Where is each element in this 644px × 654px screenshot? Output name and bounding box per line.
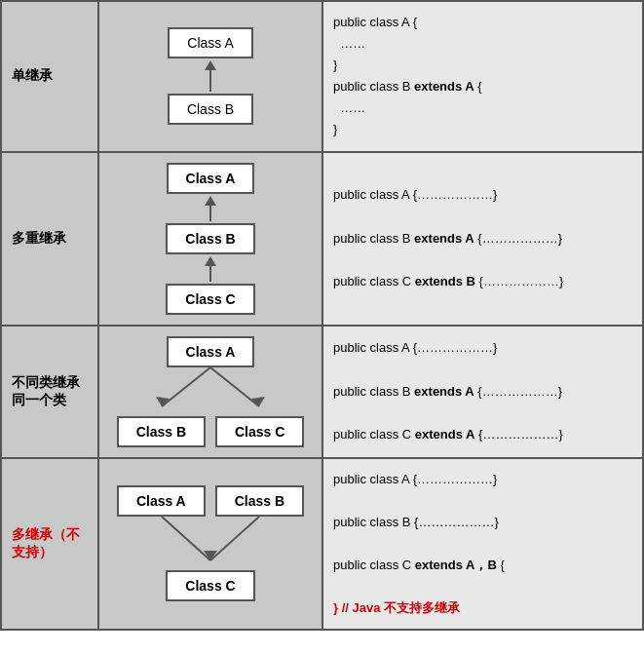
sp-code-spacer2 bbox=[333, 403, 632, 424]
code-line-5: …… bbox=[333, 97, 632, 119]
class-box-c-multiple: Class C bbox=[166, 570, 254, 601]
diagram-same-parent: Class A Class B Class C bbox=[98, 326, 322, 458]
row4-diagram-container: Class A Class B Class C bbox=[109, 485, 312, 601]
inheritance-table: 单继承 Class A Class B public class A { …… … bbox=[0, 0, 644, 631]
svg-line-5 bbox=[210, 517, 259, 560]
class-box-a-multiple: Class A bbox=[117, 485, 206, 517]
code-multiple: public class A {………………} public class B {… bbox=[322, 458, 643, 631]
arrows-svg-same-parent bbox=[133, 367, 288, 416]
mi-code-spacer2 bbox=[333, 533, 632, 555]
diagram-multilevel: Class A Class B Class C bbox=[98, 152, 322, 326]
sp-code-3: public class C extends A {………………} bbox=[333, 424, 632, 445]
class-box-a-sameparent: Class A bbox=[167, 336, 255, 367]
diagram-single: Class A Class B bbox=[98, 1, 322, 152]
row4-arrows-container bbox=[113, 517, 308, 570]
arrowhead-multilevel-2 bbox=[205, 256, 216, 266]
row-multilevel: 多重继承 Class A Class B Class C public clas… bbox=[1, 152, 643, 326]
ml-code-spacer2 bbox=[333, 250, 632, 271]
class-box-b-sameparent: Class B bbox=[117, 416, 206, 447]
code-single: public class A { …… } public class B ext… bbox=[322, 1, 643, 152]
code-line-3: } bbox=[333, 55, 632, 76]
arrow-multilevel-2 bbox=[205, 256, 216, 282]
diagram-single-col: Class A Class B bbox=[109, 27, 312, 125]
code-line-2: …… bbox=[333, 33, 632, 55]
code-line-4: public class B extends A { bbox=[333, 76, 632, 97]
label-multiple: 多继承（不支持） bbox=[1, 458, 98, 631]
arrow-multilevel-1 bbox=[205, 196, 216, 221]
sp-code-spacer1 bbox=[333, 359, 632, 380]
class-box-c-multilevel: Class C bbox=[166, 284, 254, 315]
arrow-container-same-parent bbox=[133, 367, 288, 416]
class-box-b-multilevel: Class B bbox=[166, 223, 254, 254]
row4-top-boxes: Class A Class B bbox=[117, 485, 304, 517]
ml-code-1: public class A {………………} bbox=[333, 184, 632, 206]
mi-code-2: public class B {………………} bbox=[333, 512, 632, 533]
diagram-multilevel-col: Class A Class B Class C bbox=[109, 163, 312, 315]
code-multilevel: public class A {………………} public class B e… bbox=[322, 152, 643, 326]
ml-code-3: public class C extends B {………………} bbox=[333, 271, 632, 292]
ml-code-2: public class B extends A {………………} bbox=[333, 228, 632, 250]
label-single: 单继承 bbox=[1, 1, 98, 152]
class-box-a-multilevel: Class A bbox=[167, 163, 255, 194]
arrowhead-multilevel-1 bbox=[205, 196, 216, 206]
label-multilevel: 多重继承 bbox=[1, 152, 98, 326]
class-box-c-sameparent: Class C bbox=[215, 416, 304, 447]
class-box-b-single: Class B bbox=[168, 94, 253, 125]
code-line-6: } bbox=[333, 119, 632, 140]
code-same-parent: public class A {………………} public class B e… bbox=[322, 326, 643, 458]
svg-line-2 bbox=[210, 367, 259, 406]
mi-code-4: } // Java 不支持多继承 bbox=[333, 597, 632, 619]
row-single-inheritance: 单继承 Class A Class B public class A { …… … bbox=[1, 1, 643, 152]
row-boxes-same-parent: Class B Class C bbox=[117, 416, 305, 447]
arrowhead-single bbox=[205, 60, 216, 70]
row-multiple-inheritance: 多继承（不支持） Class A Class B bbox=[1, 458, 643, 631]
mi-code-1: public class A {………………} bbox=[333, 469, 632, 490]
code-line-1: public class A { bbox=[333, 12, 632, 33]
label-same-parent: 不同类继承同一个类 bbox=[1, 326, 98, 458]
same-parent-diagram: Class A Class B Class C bbox=[109, 336, 312, 447]
row-same-parent: 不同类继承同一个类 Class A Class B bbox=[1, 326, 643, 458]
sp-code-1: public class A {………………} bbox=[333, 337, 632, 359]
arrow-single bbox=[205, 60, 216, 92]
mi-code-3: public class C extends A，B { bbox=[333, 555, 632, 576]
sp-code-2: public class B extends A {………………} bbox=[333, 381, 632, 403]
row4-arrows-svg bbox=[113, 517, 308, 570]
mi-code-spacer3 bbox=[333, 576, 632, 597]
diagram-multiple: Class A Class B Class C bbox=[98, 458, 322, 631]
arrowline-multilevel-2 bbox=[209, 266, 211, 282]
class-box-b-multiple: Class B bbox=[215, 485, 304, 517]
ml-code-spacer1 bbox=[333, 206, 632, 227]
class-box-a-single: Class A bbox=[168, 27, 252, 58]
arrowline-single bbox=[209, 70, 211, 92]
arrowline-multilevel-1 bbox=[209, 206, 211, 221]
mi-code-spacer1 bbox=[333, 490, 632, 512]
svg-line-4 bbox=[162, 517, 210, 560]
svg-line-0 bbox=[162, 367, 210, 406]
